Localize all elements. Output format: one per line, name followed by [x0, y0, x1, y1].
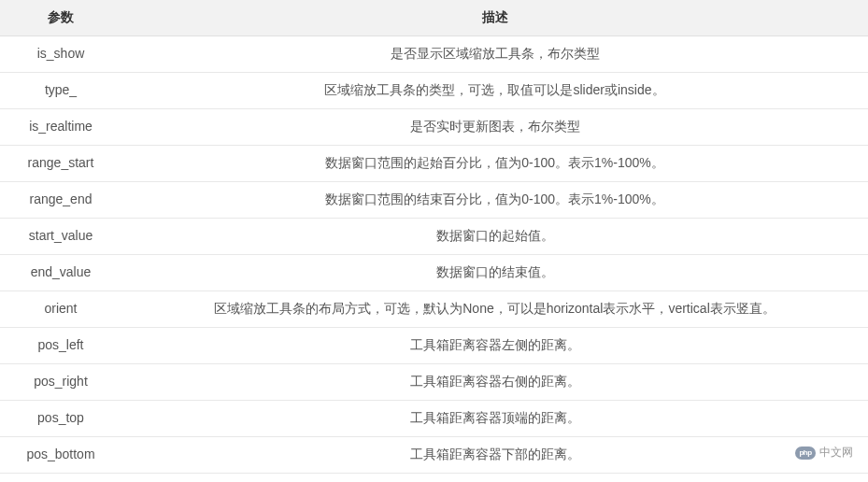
param-cell: pos_right: [0, 364, 121, 401]
param-cell: start_value: [0, 219, 121, 255]
watermark: php 中文网: [790, 443, 859, 462]
table-row: orient区域缩放工具条的布局方式，可选，默认为None，可以是horizon…: [0, 291, 868, 328]
desc-cell: 数据窗口的结束值。: [121, 255, 868, 291]
param-cell: range_start: [0, 146, 121, 182]
desc-cell: 是否实时更新图表，布尔类型: [121, 109, 868, 146]
desc-cell: 是否显示区域缩放工具条，布尔类型: [121, 36, 868, 73]
header-desc: 描述: [121, 0, 868, 36]
param-cell: pos_bottom: [0, 437, 121, 474]
table-row: type_区域缩放工具条的类型，可选，取值可以是slider或inside。: [0, 73, 868, 109]
desc-cell: 工具箱距离容器下部的距离。: [121, 437, 868, 474]
desc-cell: 数据窗口的起始值。: [121, 219, 868, 255]
param-cell: is_show: [0, 36, 121, 73]
param-cell: type_: [0, 73, 121, 109]
header-param: 参数: [0, 0, 121, 36]
table-row: range_start数据窗口范围的起始百分比，值为0-100。表示1%-100…: [0, 146, 868, 182]
table-row: range_end数据窗口范围的结束百分比，值为0-100。表示1%-100%。: [0, 182, 868, 219]
table-row: pos_left工具箱距离容器左侧的距离。: [0, 328, 868, 364]
table-header-row: 参数 描述: [0, 0, 868, 36]
desc-cell: 数据窗口范围的结束百分比，值为0-100。表示1%-100%。: [121, 182, 868, 219]
param-cell: pos_left: [0, 328, 121, 364]
param-cell: range_end: [0, 182, 121, 219]
desc-cell: 数据窗口范围的起始百分比，值为0-100。表示1%-100%。: [121, 146, 868, 182]
param-cell: pos_top: [0, 401, 121, 437]
table-row: pos_bottom工具箱距离容器下部的距离。: [0, 437, 868, 474]
php-logo-icon: php: [795, 447, 816, 460]
table-row: end_value数据窗口的结束值。: [0, 255, 868, 291]
param-cell: is_realtime: [0, 109, 121, 146]
table-row: start_value数据窗口的起始值。: [0, 219, 868, 255]
watermark-text: 中文网: [819, 445, 853, 461]
table-row: pos_top工具箱距离容器顶端的距离。: [0, 401, 868, 437]
table-row: pos_right工具箱距离容器右侧的距离。: [0, 364, 868, 401]
table-row: is_show是否显示区域缩放工具条，布尔类型: [0, 36, 868, 73]
desc-cell: 区域缩放工具条的类型，可选，取值可以是slider或inside。: [121, 73, 868, 109]
desc-cell: 工具箱距离容器左侧的距离。: [121, 328, 868, 364]
desc-cell: 工具箱距离容器顶端的距离。: [121, 401, 868, 437]
param-cell: end_value: [0, 255, 121, 291]
params-table: 参数 描述 is_show是否显示区域缩放工具条，布尔类型type_区域缩放工具…: [0, 0, 868, 474]
desc-cell: 工具箱距离容器右侧的距离。: [121, 364, 868, 401]
param-cell: orient: [0, 291, 121, 328]
table-row: is_realtime是否实时更新图表，布尔类型: [0, 109, 868, 146]
desc-cell: 区域缩放工具条的布局方式，可选，默认为None，可以是horizontal表示水…: [121, 291, 868, 328]
